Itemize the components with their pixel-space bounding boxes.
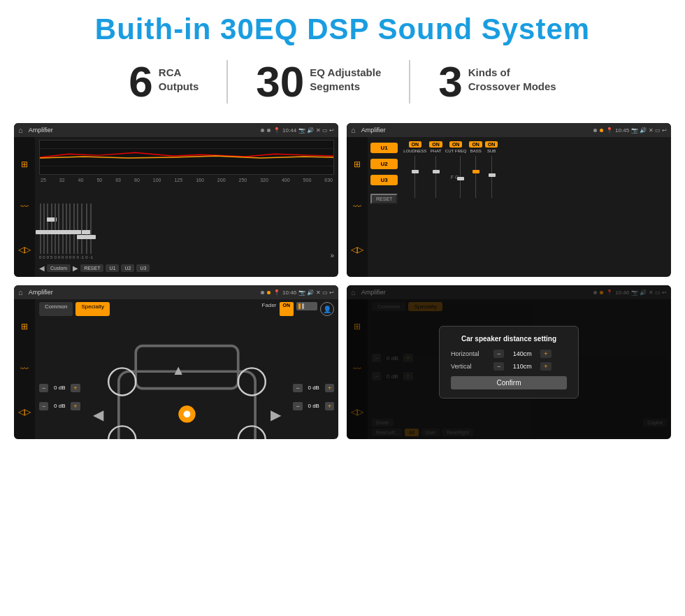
prev-arrow[interactable]: ◀ — [39, 264, 45, 272]
eq-footer: ◀ Custom ▶ RESET U1 U2 U3 — [39, 262, 334, 274]
stat-text-rca: RCA Outputs — [159, 60, 199, 93]
eq-slider-2[interactable]: 0 — [47, 203, 49, 259]
dialog-row-horizontal: Horizontal − 140cm + — [451, 350, 567, 358]
amp-controls: ON LOUDNESS ON PHAT — [402, 140, 668, 274]
phat-label: PHAT — [431, 149, 442, 153]
equalizer-icon-3[interactable]: ⊞ — [21, 322, 28, 331]
bass-on[interactable]: ON — [469, 141, 482, 148]
speaker-layout: − 0 dB + − 0 dB + — [39, 320, 334, 439]
status-dot-2 — [267, 129, 271, 132]
preset-u3[interactable]: U3 — [370, 175, 398, 185]
u1-btn[interactable]: U1 — [106, 264, 119, 272]
app-name-3: Amplifier — [29, 289, 258, 296]
next-arrow[interactable]: ▶ — [73, 264, 78, 272]
app-name-1: Amplifier — [29, 127, 258, 134]
tab-common[interactable]: Common — [39, 302, 73, 316]
wave-icon[interactable]: 〰 — [20, 202, 29, 212]
phat-on[interactable]: ON — [429, 141, 442, 148]
amp-reset-btn[interactable]: RESET — [370, 194, 398, 204]
svg-point-10 — [108, 426, 136, 439]
u2-btn[interactable]: U2 — [121, 264, 134, 272]
home-icon-3[interactable]: ⌂ — [18, 288, 23, 296]
dialog-overlay: Car speaker distance setting Horizontal … — [347, 285, 671, 439]
status-dot-4 — [600, 129, 603, 132]
stat-number-eq: 30 — [256, 60, 304, 103]
stat-number-crossover: 3 — [438, 60, 462, 103]
amp-phat: ON PHAT — [429, 141, 442, 273]
cutfreq-on[interactable]: ON — [449, 141, 463, 148]
status-bar-1: ⌂ Amplifier 📍 10:44 📷 🔊 ✕ ▭ ↩ — [14, 123, 338, 137]
dialog-label-horizontal: Horizontal — [451, 350, 489, 357]
home-icon-2[interactable]: ⌂ — [351, 126, 356, 134]
status-bar-3: ⌂ Amplifier 📍 10:46 📷 🔊 ✕ ▭ ↩ — [14, 285, 338, 299]
sidebar-2: ⊞ 〰 ◁▷ — [347, 137, 368, 277]
db-val-3: 0 dB — [305, 403, 322, 409]
u3-btn[interactable]: U3 — [136, 264, 150, 272]
loudness-on[interactable]: ON — [409, 141, 422, 148]
wave-icon-3[interactable]: 〰 — [20, 364, 29, 374]
db-minus-2[interactable]: − — [293, 384, 302, 392]
eq-graph — [39, 140, 334, 175]
reset-btn[interactable]: RESET — [80, 264, 103, 272]
dialog-plus-horizontal[interactable]: + — [540, 350, 551, 358]
eq-slider-12[interactable]: 0 — [85, 203, 87, 259]
speaker-icon-2[interactable]: ◁▷ — [351, 245, 363, 255]
speaker-icon[interactable]: ◁▷ — [18, 245, 31, 255]
equalizer-icon[interactable]: ⊞ — [21, 159, 28, 169]
equalizer-icon-2[interactable]: ⊞ — [354, 159, 361, 169]
stat-rca: 6 RCA Outputs — [101, 60, 228, 103]
dialog-val-vertical: 110cm — [508, 363, 536, 370]
eq-labels: 25 32 40 50 63 80 100 125 160 200 250 32… — [39, 178, 334, 182]
expand-icon[interactable]: » — [330, 252, 334, 259]
wave-icon-2[interactable]: 〰 — [353, 202, 361, 212]
db-val-1: 0 dB — [51, 403, 68, 409]
dialog-minus-horizontal[interactable]: − — [493, 350, 504, 358]
db-plus-0[interactable]: + — [71, 384, 80, 392]
preset-u1[interactable]: U1 — [370, 143, 398, 153]
fader-label: Fader — [262, 302, 277, 316]
db-plus-3[interactable]: + — [325, 402, 334, 410]
amp-sub: ON SUB — [485, 141, 498, 273]
db-plus-2[interactable]: + — [325, 384, 334, 392]
db-minus-0[interactable]: − — [39, 384, 48, 392]
person-icon[interactable]: 👤 — [320, 302, 334, 316]
svg-rect-5 — [136, 346, 238, 389]
sub-on[interactable]: ON — [485, 141, 498, 148]
home-icon[interactable]: ⌂ — [18, 126, 23, 134]
fader-tabs: Common Specialty Fader ON 👤 — [39, 302, 334, 316]
amp-cutfreq: ON CUT FREQ F G — [445, 141, 467, 273]
preset-u2[interactable]: U2 — [370, 159, 398, 169]
db-minus-3[interactable]: − — [293, 402, 302, 410]
stat-crossover: 3 Kinds of Crossover Modes — [410, 60, 584, 103]
db-minus-1[interactable]: − — [39, 402, 48, 410]
svg-rect-4 — [118, 371, 254, 439]
left-db-col: − 0 dB + − 0 dB + — [39, 320, 80, 439]
eq-sliders: 0 0 0 5 0 — [39, 185, 334, 262]
car-diagram: ▲ ▼ ◀ ▶ — [85, 320, 289, 439]
screens-grid: ⌂ Amplifier 📍 10:44 📷 🔊 ✕ ▭ ↩ ⊞ 〰 ◁▷ — [0, 116, 685, 453]
fader-area: Common Specialty Fader ON 👤 — [35, 299, 338, 439]
amp-loudness: ON LOUDNESS — [403, 141, 426, 273]
db-plus-1[interactable]: + — [71, 402, 80, 410]
bass-label: BASS — [470, 149, 482, 153]
screen1-content: ⊞ 〰 ◁▷ — [14, 137, 338, 277]
db-row-2: − 0 dB + — [293, 384, 334, 392]
screen-dialog: ⌂ Amplifier 📍 10:46 📷 🔊 ✕ ▭ ↩ ⊞ 〰 ◁▷ Com… — [347, 285, 671, 439]
eq-slider-13[interactable]: -1 — [89, 203, 92, 259]
db-row-3: − 0 dB + — [293, 402, 334, 410]
eq-slider-10[interactable]: 0 — [76, 203, 78, 259]
dialog-minus-vertical[interactable]: − — [493, 362, 504, 371]
dialog-plus-vertical[interactable]: + — [540, 362, 551, 371]
db-val-0: 0 dB — [51, 385, 68, 391]
custom-btn[interactable]: Custom — [47, 264, 71, 272]
status-bar-2: ⌂ Amplifier 📍 10:45 📷 🔊 ✕ ▭ ↩ — [347, 123, 671, 137]
amp-bass: ON BASS — [469, 141, 482, 273]
dialog-val-horizontal: 140cm — [508, 350, 536, 357]
confirm-button[interactable]: Confirm — [451, 376, 567, 389]
fader-on-btn[interactable]: ON — [280, 302, 294, 316]
screen-eq: ⌂ Amplifier 📍 10:44 📷 🔊 ✕ ▭ ↩ ⊞ 〰 ◁▷ — [14, 123, 338, 277]
speaker-icon-3[interactable]: ◁▷ — [18, 407, 31, 417]
screen-fader: ⌂ Amplifier 📍 10:46 📷 🔊 ✕ ▭ ↩ ⊞ 〰 ◁▷ Com… — [14, 285, 338, 439]
tab-specialty[interactable]: Specialty — [75, 302, 109, 316]
right-db-col: − 0 dB + − 0 dB + — [293, 320, 334, 439]
